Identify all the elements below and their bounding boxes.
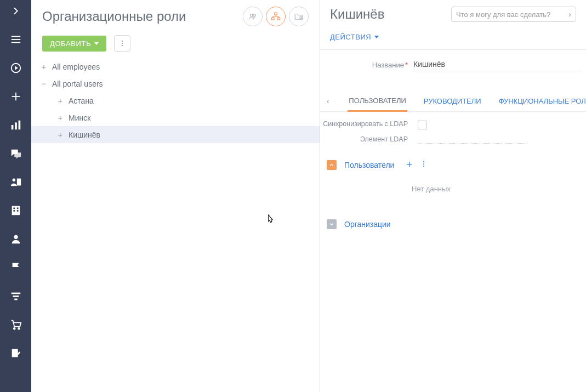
view-org-button[interactable]: [266, 7, 286, 26]
required-asterisk: *: [405, 61, 408, 69]
svg-rect-16: [16, 210, 18, 212]
page-title: Организационные роли: [42, 9, 186, 24]
org-tree: +All employees −All portal users +Астана…: [31, 58, 320, 143]
actions-label: ДЕЙСТВИЯ: [330, 33, 371, 41]
nav-contacts-icon[interactable]: [9, 175, 22, 189]
nav-funnel-icon[interactable]: [9, 289, 22, 303]
tab-functional-roles[interactable]: ФУНКЦИОНАЛЬНЫЕ РОЛИ: [498, 92, 586, 111]
panel-left: Организационные роли ДОБАВИТЬ +All emplo…: [31, 0, 320, 392]
tree-node-label: All portal users: [51, 79, 103, 88]
section-collapse-icon[interactable]: [327, 160, 337, 170]
caret-down-icon: [374, 36, 379, 38]
name-field-row: Название* Кишинёв: [320, 49, 586, 75]
search-input[interactable]: Что я могу для вас сделать?›: [451, 7, 576, 22]
tabs-scroll-left[interactable]: ‹: [323, 97, 332, 105]
expand-icon[interactable]: +: [53, 113, 67, 122]
tree-node[interactable]: +All employees: [31, 58, 320, 75]
tabs: ‹ ПОЛЬЗОВАТЕЛИ РУКОВОДИТЕЛИ ФУНКЦИОНАЛЬН…: [320, 91, 586, 112]
svg-point-22: [18, 328, 20, 329]
no-data-label: Нет данных: [320, 175, 586, 209]
svg-rect-12: [12, 206, 20, 215]
search-placeholder: Что я могу для вас сделать?: [456, 10, 550, 19]
nav-flag-icon[interactable]: [9, 261, 22, 274]
tree-node[interactable]: +Минск: [31, 109, 320, 126]
tree-node[interactable]: +Астана: [31, 92, 320, 109]
tree-node-selected[interactable]: +Кишинёв: [31, 126, 320, 143]
nav-user-icon[interactable]: [9, 232, 22, 246]
nav-expand-icon[interactable]: [9, 4, 22, 18]
ldap-element-label: Элемент LDAP: [320, 135, 413, 144]
svg-rect-9: [18, 121, 20, 130]
svg-rect-25: [275, 13, 277, 15]
nav-menu-icon[interactable]: [9, 33, 22, 46]
svg-marker-4: [15, 66, 18, 70]
svg-rect-26: [272, 18, 275, 20]
tree-node-label: All employees: [51, 63, 100, 71]
svg-rect-8: [15, 122, 17, 129]
ldap-element-row: Элемент LDAP: [320, 132, 586, 149]
svg-point-23: [251, 14, 253, 17]
nav-building-icon[interactable]: [9, 204, 22, 217]
actions-dropdown[interactable]: ДЕЙСТВИЯ: [330, 33, 379, 41]
section-users: Пользователи +: [320, 149, 586, 175]
section-add-button[interactable]: +: [406, 159, 412, 171]
nav-add-icon[interactable]: [9, 90, 22, 103]
svg-point-28: [300, 16, 302, 19]
expand-icon[interactable]: +: [37, 62, 51, 71]
tree-node-label: Минск: [67, 113, 90, 122]
nav-run-icon[interactable]: [9, 61, 22, 75]
ldap-sync-label: Синхронизировать с LDAP: [320, 120, 413, 128]
add-button-label: ДОБАВИТЬ: [50, 39, 91, 48]
svg-point-31: [122, 45, 123, 46]
svg-point-10: [12, 179, 15, 182]
panel-right: Кишинёв Что я могу для вас сделать?› ДЕЙ…: [320, 0, 586, 392]
svg-point-29: [122, 41, 123, 42]
section-users-title[interactable]: Пользователи: [344, 161, 394, 169]
nav-sidebar: [0, 0, 31, 392]
ldap-element-value[interactable]: [418, 135, 527, 144]
nav-cart-icon[interactable]: [9, 318, 22, 331]
add-button[interactable]: ДОБАВИТЬ: [42, 36, 106, 52]
section-orgs-title[interactable]: Организации: [344, 220, 391, 229]
svg-rect-11: [16, 179, 20, 186]
nav-chart-icon[interactable]: [9, 118, 22, 132]
svg-rect-13: [13, 208, 15, 209]
svg-point-17: [14, 235, 18, 239]
nav-chat-icon[interactable]: [9, 147, 22, 160]
section-orgs: Организации: [320, 209, 586, 234]
svg-rect-19: [13, 296, 19, 297]
tab-users[interactable]: ПОЛЬЗОВАТЕЛИ: [348, 91, 407, 112]
svg-rect-14: [16, 208, 18, 209]
section-expand-icon[interactable]: [327, 219, 337, 229]
svg-rect-20: [14, 299, 18, 300]
name-field-label: Название: [372, 61, 404, 69]
expand-icon[interactable]: +: [53, 96, 67, 105]
name-field-value[interactable]: Кишинёв: [413, 59, 583, 71]
more-options-button[interactable]: [114, 35, 130, 52]
svg-rect-18: [11, 293, 20, 294]
expand-icon[interactable]: +: [53, 130, 67, 139]
view-folder-button[interactable]: [289, 7, 309, 26]
svg-point-30: [122, 43, 123, 44]
svg-point-34: [423, 166, 424, 167]
tree-node-label: Астана: [67, 96, 94, 105]
detail-title: Кишинёв: [330, 7, 384, 22]
tab-managers[interactable]: РУКОВОДИТЕЛИ: [423, 92, 482, 111]
caret-down-icon: [94, 42, 99, 45]
svg-point-24: [253, 14, 256, 17]
tree-node[interactable]: −All portal users: [31, 75, 320, 92]
svg-point-21: [13, 328, 15, 329]
tree-node-label: Кишинёв: [67, 130, 100, 139]
ldap-sync-checkbox[interactable]: [418, 121, 426, 129]
svg-rect-7: [11, 125, 13, 129]
view-people-button[interactable]: [243, 7, 263, 26]
chevron-right-icon: ›: [568, 10, 571, 19]
svg-rect-15: [13, 210, 15, 212]
nav-edit-icon[interactable]: [9, 346, 22, 360]
ldap-sync-row: Синхронизировать с LDAP: [320, 112, 586, 132]
section-more-button[interactable]: [420, 160, 428, 170]
svg-point-32: [423, 161, 424, 162]
collapse-icon[interactable]: −: [37, 79, 51, 88]
svg-rect-27: [277, 18, 280, 20]
svg-point-33: [423, 163, 424, 164]
